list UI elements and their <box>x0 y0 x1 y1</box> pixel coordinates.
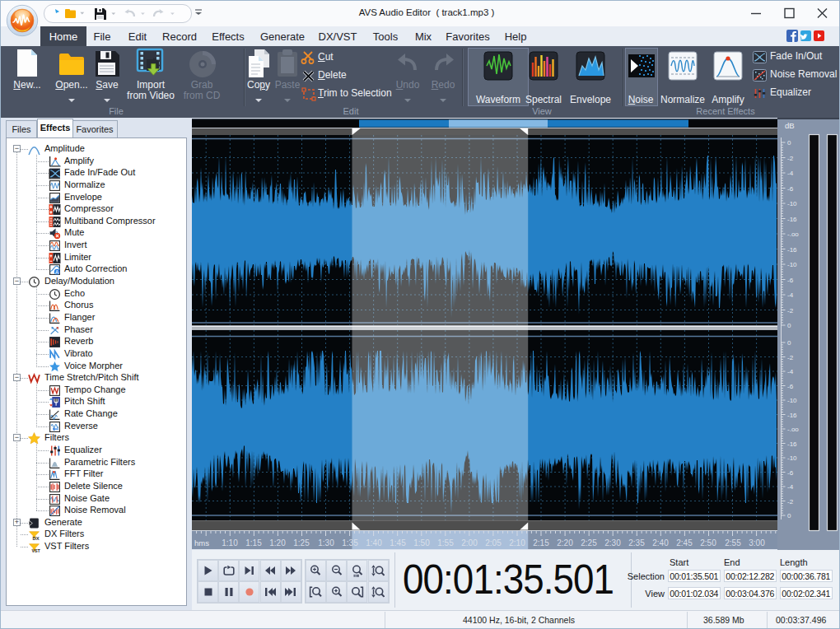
svg-text:2:00: 2:00 <box>461 538 478 547</box>
svg-text:1:25: 1:25 <box>293 538 310 547</box>
svg-text:1:45: 1:45 <box>390 538 406 547</box>
svg-text:-.oo: -.oo <box>787 426 799 433</box>
svg-text:2:50: 2:50 <box>700 538 716 547</box>
svg-text:-16: -16 <box>787 216 797 223</box>
svg-text:dB: dB <box>785 121 795 130</box>
svg-text:-2: -2 <box>787 498 794 506</box>
svg-text:0: 0 <box>787 322 791 329</box>
svg-text:2:30: 2:30 <box>604 538 621 547</box>
svg-text:3:00: 3:00 <box>749 538 765 547</box>
svg-text:1:20: 1:20 <box>269 538 286 547</box>
svg-text:1:55: 1:55 <box>437 538 454 547</box>
svg-text:-4: -4 <box>787 368 794 375</box>
svg-text:VST: VST <box>31 548 40 553</box>
svg-text:2:10: 2:10 <box>509 538 525 547</box>
svg-text:2:40: 2:40 <box>652 538 669 547</box>
svg-text:-4: -4 <box>787 291 794 299</box>
svg-text:-10: -10 <box>787 397 797 404</box>
svg-text:2:20: 2:20 <box>557 538 573 547</box>
svg-text:0: 0 <box>787 512 791 520</box>
svg-text:-2: -2 <box>787 354 794 361</box>
svg-text:0: 0 <box>787 339 791 347</box>
svg-text:1:35: 1:35 <box>342 538 358 547</box>
svg-text:-16: -16 <box>787 246 797 254</box>
svg-text:2:45: 2:45 <box>676 538 693 547</box>
svg-text:-6: -6 <box>787 277 794 284</box>
svg-text:-4: -4 <box>787 170 794 177</box>
svg-text:1:40: 1:40 <box>366 538 382 547</box>
svg-text:2:25: 2:25 <box>581 538 597 547</box>
svg-text:-6: -6 <box>787 185 794 193</box>
svg-text:2:55: 2:55 <box>725 538 741 547</box>
svg-text:-10: -10 <box>787 261 797 268</box>
svg-text:-.oo: -.oo <box>787 231 799 238</box>
svg-text:-4: -4 <box>787 483 794 491</box>
svg-text:1:30: 1:30 <box>318 538 334 547</box>
svg-text:hms: hms <box>194 538 209 547</box>
svg-text:0: 0 <box>787 139 791 147</box>
svg-text:1:15: 1:15 <box>245 538 262 547</box>
svg-text:-16: -16 <box>787 412 797 419</box>
svg-text:2:15: 2:15 <box>533 538 549 547</box>
svg-text:2:05: 2:05 <box>485 538 502 547</box>
svg-text:-16: -16 <box>787 440 797 448</box>
svg-text:A: A <box>55 269 59 275</box>
svg-text:1:10: 1:10 <box>222 538 238 547</box>
svg-text:-6: -6 <box>787 383 794 390</box>
svg-text:-10: -10 <box>787 454 797 462</box>
svg-text:2:35: 2:35 <box>628 538 645 547</box>
svg-text:-6: -6 <box>787 469 794 477</box>
svg-text:-10: -10 <box>787 200 797 207</box>
svg-text:-2: -2 <box>787 155 794 162</box>
svg-text:-2: -2 <box>787 307 794 314</box>
svg-text:1:50: 1:50 <box>413 538 430 547</box>
